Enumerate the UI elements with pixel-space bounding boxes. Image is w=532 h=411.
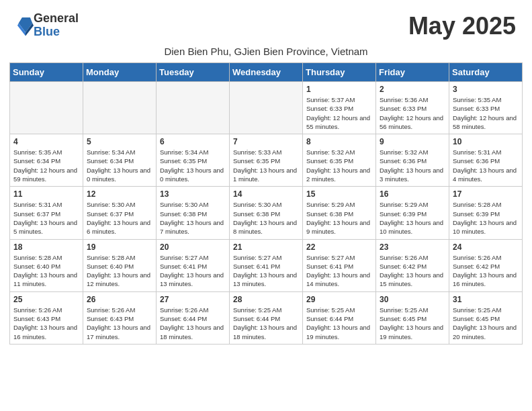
day-header-wednesday: Wednesday — [230, 63, 303, 82]
day-info: Sunrise: 5:25 AMSunset: 6:45 PMDaylight:… — [453, 306, 519, 341]
day-cell: 30Sunrise: 5:25 AMSunset: 6:45 PMDayligh… — [376, 291, 449, 344]
day-cell — [157, 82, 230, 134]
day-info: Sunrise: 5:27 AMSunset: 6:41 PMDaylight:… — [160, 253, 226, 289]
day-number: 24 — [453, 242, 519, 252]
day-cell: 6Sunrise: 5:34 AMSunset: 6:35 PMDaylight… — [157, 134, 230, 187]
logo-icon — [17, 15, 34, 36]
day-info: Sunrise: 5:37 AMSunset: 6:33 PMDaylight:… — [306, 95, 372, 131]
day-number: 27 — [160, 295, 226, 304]
day-cell: 20Sunrise: 5:27 AMSunset: 6:41 PMDayligh… — [157, 239, 230, 291]
day-info: Sunrise: 5:26 AMSunset: 6:43 PMDaylight:… — [13, 306, 79, 341]
day-number: 23 — [380, 242, 445, 252]
day-cell: 18Sunrise: 5:28 AMSunset: 6:40 PMDayligh… — [10, 239, 83, 291]
logo-text: General Blue — [34, 12, 79, 39]
calendar-header-row: SundayMondayTuesdayWednesdayThursdayFrid… — [10, 63, 523, 82]
day-info: Sunrise: 5:36 AMSunset: 6:33 PMDaylight:… — [380, 95, 445, 131]
day-cell: 15Sunrise: 5:29 AMSunset: 6:38 PMDayligh… — [303, 187, 376, 239]
day-info: Sunrise: 5:28 AMSunset: 6:40 PMDaylight:… — [13, 253, 79, 289]
day-cell: 14Sunrise: 5:30 AMSunset: 6:38 PMDayligh… — [230, 187, 303, 239]
week-row-1: 1Sunrise: 5:37 AMSunset: 6:33 PMDaylight… — [10, 82, 523, 134]
day-number: 6 — [160, 137, 226, 146]
day-info: Sunrise: 5:35 AMSunset: 6:33 PMDaylight:… — [453, 95, 519, 131]
day-info: Sunrise: 5:28 AMSunset: 6:39 PMDaylight:… — [453, 200, 519, 236]
day-cell: 3Sunrise: 5:35 AMSunset: 6:33 PMDaylight… — [449, 82, 523, 134]
day-cell: 21Sunrise: 5:27 AMSunset: 6:41 PMDayligh… — [230, 239, 303, 291]
day-info: Sunrise: 5:30 AMSunset: 6:38 PMDaylight:… — [233, 200, 299, 236]
day-number: 17 — [453, 189, 519, 199]
day-header-friday: Friday — [376, 63, 449, 82]
day-header-sunday: Sunday — [10, 63, 83, 82]
day-info: Sunrise: 5:25 AMSunset: 6:44 PMDaylight:… — [306, 306, 372, 341]
day-info: Sunrise: 5:26 AMSunset: 6:43 PMDaylight:… — [87, 306, 152, 341]
day-cell: 31Sunrise: 5:25 AMSunset: 6:45 PMDayligh… — [449, 291, 523, 344]
day-info: Sunrise: 5:25 AMSunset: 6:45 PMDaylight:… — [380, 306, 445, 341]
logo-blue: Blue — [34, 26, 79, 39]
logo: General Blue — [16, 12, 79, 39]
page-subtitle: Dien Bien Phu, GJien Bien Province, Viet… — [0, 46, 532, 57]
day-number: 8 — [306, 137, 372, 146]
day-info: Sunrise: 5:35 AMSunset: 6:34 PMDaylight:… — [13, 148, 79, 183]
day-info: Sunrise: 5:29 AMSunset: 6:39 PMDaylight:… — [380, 200, 445, 236]
day-cell — [230, 82, 303, 134]
day-cell: 1Sunrise: 5:37 AMSunset: 6:33 PMDaylight… — [303, 82, 376, 134]
day-info: Sunrise: 5:26 AMSunset: 6:42 PMDaylight:… — [453, 253, 519, 289]
svg-marker-0 — [19, 17, 33, 32]
day-number: 22 — [306, 242, 372, 252]
day-number: 31 — [453, 295, 519, 304]
day-header-thursday: Thursday — [303, 63, 376, 82]
day-cell: 4Sunrise: 5:35 AMSunset: 6:34 PMDaylight… — [10, 134, 83, 187]
calendar-wrap: SundayMondayTuesdayWednesdayThursdayFrid… — [0, 62, 532, 351]
day-info: Sunrise: 5:32 AMSunset: 6:36 PMDaylight:… — [380, 148, 445, 183]
day-cell: 22Sunrise: 5:27 AMSunset: 6:41 PMDayligh… — [303, 239, 376, 291]
month-title: May 2025 — [408, 12, 516, 40]
day-cell: 13Sunrise: 5:30 AMSunset: 6:38 PMDayligh… — [157, 187, 230, 239]
day-number: 28 — [233, 295, 299, 304]
week-row-5: 25Sunrise: 5:26 AMSunset: 6:43 PMDayligh… — [10, 291, 523, 344]
day-number: 19 — [87, 242, 152, 252]
day-info: Sunrise: 5:28 AMSunset: 6:40 PMDaylight:… — [87, 253, 152, 289]
day-cell: 2Sunrise: 5:36 AMSunset: 6:33 PMDaylight… — [376, 82, 449, 134]
day-number: 26 — [87, 295, 152, 304]
day-cell: 9Sunrise: 5:32 AMSunset: 6:36 PMDaylight… — [376, 134, 449, 187]
day-number: 25 — [13, 295, 79, 304]
day-info: Sunrise: 5:30 AMSunset: 6:38 PMDaylight:… — [160, 200, 226, 236]
day-cell: 8Sunrise: 5:32 AMSunset: 6:35 PMDaylight… — [303, 134, 376, 187]
day-cell: 29Sunrise: 5:25 AMSunset: 6:44 PMDayligh… — [303, 291, 376, 344]
day-number: 12 — [87, 189, 152, 199]
day-header-monday: Monday — [83, 63, 157, 82]
day-cell: 5Sunrise: 5:34 AMSunset: 6:34 PMDaylight… — [83, 134, 157, 187]
day-number: 10 — [453, 137, 519, 146]
day-number: 21 — [233, 242, 299, 252]
day-number: 3 — [453, 85, 519, 94]
day-info: Sunrise: 5:26 AMSunset: 6:42 PMDaylight:… — [380, 253, 445, 289]
week-row-4: 18Sunrise: 5:28 AMSunset: 6:40 PMDayligh… — [10, 239, 523, 291]
day-number: 20 — [160, 242, 226, 252]
day-info: Sunrise: 5:34 AMSunset: 6:34 PMDaylight:… — [87, 148, 152, 183]
day-number: 11 — [13, 189, 79, 199]
day-number: 30 — [380, 295, 445, 304]
page-header: General Blue May 2025 — [0, 0, 532, 46]
day-cell — [10, 82, 83, 134]
day-cell: 24Sunrise: 5:26 AMSunset: 6:42 PMDayligh… — [449, 239, 523, 291]
day-number: 15 — [306, 189, 372, 199]
calendar-body: 1Sunrise: 5:37 AMSunset: 6:33 PMDaylight… — [10, 82, 523, 345]
day-number: 29 — [306, 295, 372, 304]
day-info: Sunrise: 5:32 AMSunset: 6:35 PMDaylight:… — [306, 148, 372, 183]
logo-general: General — [34, 12, 79, 26]
week-row-3: 11Sunrise: 5:31 AMSunset: 6:37 PMDayligh… — [10, 187, 523, 239]
day-number: 5 — [87, 137, 152, 146]
day-number: 2 — [380, 85, 445, 94]
day-number: 7 — [233, 137, 299, 146]
day-cell: 27Sunrise: 5:26 AMSunset: 6:44 PMDayligh… — [157, 291, 230, 344]
day-cell: 10Sunrise: 5:31 AMSunset: 6:36 PMDayligh… — [449, 134, 523, 187]
day-info: Sunrise: 5:30 AMSunset: 6:37 PMDaylight:… — [87, 200, 152, 236]
day-cell: 12Sunrise: 5:30 AMSunset: 6:37 PMDayligh… — [83, 187, 157, 239]
day-cell: 17Sunrise: 5:28 AMSunset: 6:39 PMDayligh… — [449, 187, 523, 239]
day-cell: 23Sunrise: 5:26 AMSunset: 6:42 PMDayligh… — [376, 239, 449, 291]
day-info: Sunrise: 5:27 AMSunset: 6:41 PMDaylight:… — [233, 253, 299, 289]
day-number: 1 — [306, 85, 372, 94]
day-info: Sunrise: 5:26 AMSunset: 6:44 PMDaylight:… — [160, 306, 226, 341]
day-header-tuesday: Tuesday — [157, 63, 230, 82]
day-number: 18 — [13, 242, 79, 252]
day-info: Sunrise: 5:34 AMSunset: 6:35 PMDaylight:… — [160, 148, 226, 183]
